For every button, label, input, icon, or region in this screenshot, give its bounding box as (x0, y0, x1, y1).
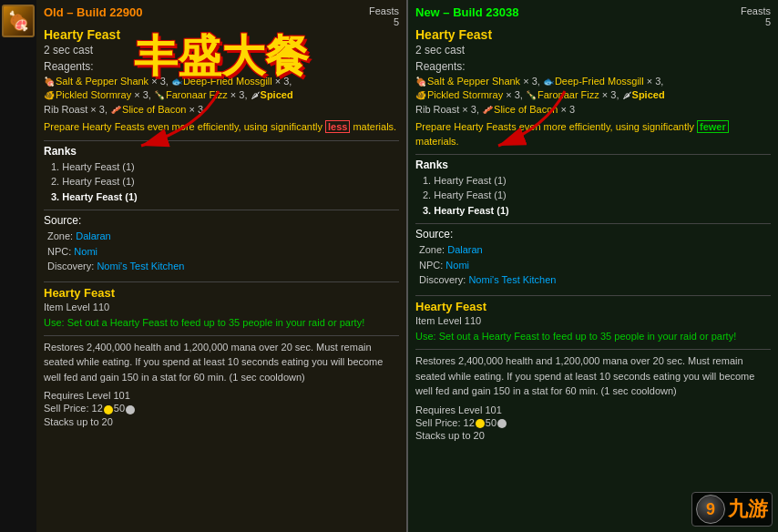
right-spell-name: Hearty Feast (415, 27, 771, 42)
right-feasts-label: Feasts (741, 5, 771, 16)
right-discovery: Discovery: Nomi's Test Kitchen (415, 272, 771, 288)
right-sell-price: Sell Price: 1250 (415, 417, 771, 428)
left-spell-name: Hearty Feast (44, 27, 399, 42)
reagent-icon-4: 🍾 (154, 90, 165, 100)
left-sell-gold: 12 (92, 403, 103, 414)
reagent-6: Slice of Bacon (122, 104, 186, 115)
left-desc-text: Prepare Hearty Feasts even more efficien… (44, 121, 325, 132)
right-reagents-label: Reagents: (415, 60, 771, 73)
reagent-r6: Slice of Bacon (494, 104, 558, 115)
right-source-title: Source: (415, 228, 771, 240)
reagent-r2: Deep-Fried Mossgill (555, 76, 644, 87)
left-divider-3 (44, 281, 399, 282)
reagent-icon-5: 🌶 (251, 90, 260, 100)
left-sell-price: Sell Price: 1250 (44, 403, 399, 414)
reagent-6-text: Rib Roast (44, 104, 87, 115)
right-feasts-right: Feasts 5 (741, 5, 771, 27)
right-build-title: New – Build 23038 (415, 5, 518, 27)
right-divider-2 (415, 223, 771, 224)
reagent-icon-3: 🐠 (44, 90, 55, 100)
right-use-text: Use: Set out a Hearty Feast to feed up t… (415, 330, 771, 343)
left-zone-label: Zone: (47, 230, 73, 241)
left-divider-1 (44, 140, 399, 141)
reagent-icon-1: 🍖 (44, 77, 55, 87)
left-item-name: Hearty Feast (44, 286, 399, 300)
left-sell-silver: 50 (114, 403, 125, 414)
left-item-level: Item Level 110 (44, 302, 399, 312)
right-rank-2: 2. Hearty Feast (1) (423, 188, 771, 203)
left-discovery: Discovery: Nomi's Test Kitchen (44, 259, 399, 274)
icon-column: 🍖 (0, 0, 36, 532)
left-reagents: 🍖Salt & Pepper Shank × 3, 🐟Deep-Fried Mo… (44, 75, 399, 117)
right-divider-3 (415, 295, 771, 296)
reagent-2: Deep-Fried Mossgill (183, 76, 272, 87)
right-item-level: Item Level 110 (415, 315, 771, 326)
left-gold-coin (104, 405, 113, 414)
right-requires: Requires Level 101 (415, 404, 771, 415)
right-rank-3: 3. Hearty Feast (1) (423, 203, 771, 219)
left-discovery-label: Discovery: (47, 261, 94, 271)
logo-circle: 9 (696, 495, 725, 524)
left-discovery-value: Nomi's Test Kitchen (97, 261, 184, 271)
left-ranks-list: 1. Hearty Feast (1) 2. Hearty Feast (1) … (44, 159, 399, 205)
left-desc-end: materials. (350, 121, 396, 132)
right-highlight-fewer: fewer (697, 120, 729, 133)
reagent-1: Salt & Pepper Shank (56, 76, 148, 87)
reagent-r4: Faronaar Fizz (537, 89, 599, 100)
reagent-3: Pickled Stormray (56, 89, 131, 100)
left-reagents-label: Reagents: (44, 60, 399, 73)
left-description: Prepare Hearty Feasts even more efficien… (44, 120, 399, 134)
logo-nine: 9 (706, 500, 715, 519)
left-cast-time: 2 sec cast (44, 44, 399, 56)
right-restore-text: Restores 2,400,000 health and 1,200,000 … (415, 353, 771, 399)
item-icon: 🍖 (2, 5, 35, 37)
left-highlight-less: less (325, 120, 350, 133)
left-divider-2 (44, 210, 399, 210)
right-npc-label: NPC: (419, 260, 443, 271)
left-ranks-title: Ranks (44, 145, 399, 158)
left-rank-1: 1. Hearty Feast (1) (51, 159, 399, 175)
left-requires: Requires Level 101 (44, 390, 399, 401)
watermark-logo: 9 九游 (691, 492, 773, 527)
left-npc-value: Nomi (74, 246, 97, 257)
right-sell-silver: 50 (486, 417, 496, 428)
right-ranks-title: Ranks (415, 159, 771, 171)
left-zone: Zone: Dalaran (44, 229, 399, 244)
right-panel-header: New – Build 23038 Feasts 5 (415, 5, 771, 27)
left-feasts-label: Feasts (369, 5, 399, 16)
right-panel: New – Build 23038 Feasts 5 Hearty Feast … (408, 0, 778, 532)
reagent-icon-r5: 🌶 (622, 90, 631, 100)
right-ranks-section: Ranks 1. Hearty Feast (1) 2. Hearty Feas… (415, 159, 771, 219)
right-stacks: Stacks up to 20 (415, 430, 771, 441)
right-divider-1 (415, 154, 771, 155)
right-desc-end: materials. (415, 136, 459, 147)
left-zone-value: Dalaran (76, 230, 111, 241)
left-restore-text: Restores 2,400,000 health and 1,200,000 … (44, 340, 399, 385)
left-feasts-count: 5 (369, 16, 399, 27)
right-gold-coin (476, 419, 485, 428)
left-rank-3: 3. Hearty Feast (1) (51, 189, 399, 205)
main-container: 🍖 丰盛大餐 Old – Build 22900 Feasts 5 Hearty… (0, 0, 778, 532)
right-sell-gold: 12 (464, 417, 475, 428)
left-panel-header: Old – Build 22900 Feasts 5 (44, 5, 399, 27)
right-discovery-value: Nomi's Test Kitchen (468, 274, 556, 285)
right-zone-value: Dalaran (447, 244, 483, 255)
right-source-section: Source: Zone: Dalaran NPC: Nomi Discover… (415, 228, 771, 288)
reagent-icon-r2: 🐟 (543, 77, 554, 87)
left-silver-coin (126, 405, 135, 414)
logo-text-area: 九游 (728, 499, 768, 519)
right-feasts-count: 5 (741, 16, 771, 27)
left-stacks: Stacks up to 20 (44, 416, 399, 427)
left-use-text: Use: Set out a Hearty Feast to feed up t… (44, 316, 399, 330)
reagent-icon-r1: 🍖 (415, 77, 426, 87)
left-rank-2: 2. Hearty Feast (1) (51, 174, 399, 189)
feasts-right: Feasts 5 (369, 5, 399, 27)
left-source-title: Source: (44, 214, 399, 227)
right-divider-4 (415, 349, 771, 350)
reagent-4: Faronaar Fizz (166, 89, 228, 100)
reagent-icon-r4: 🍾 (526, 90, 537, 100)
reagent-5: Spiced (261, 89, 293, 100)
right-description: Prepare Hearty Feasts even more efficien… (415, 120, 771, 148)
reagent-r5: Spiced (632, 89, 665, 100)
reagent-r1: Salt & Pepper Shank (427, 76, 520, 87)
